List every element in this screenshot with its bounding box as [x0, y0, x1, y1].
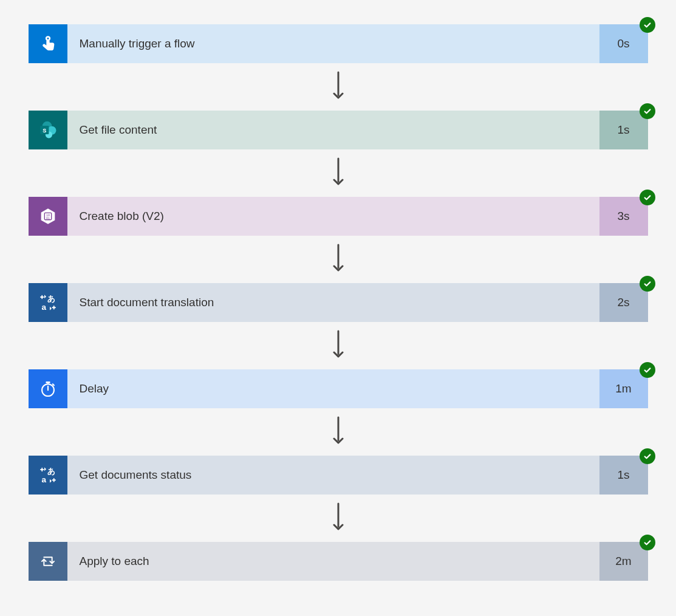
step-duration: 1s — [599, 111, 648, 149]
success-icon — [640, 190, 655, 205]
step-duration: 2m — [599, 542, 648, 581]
svg-text:あ: あ — [47, 467, 55, 476]
flow-step-delay[interactable]: Delay 1m — [29, 369, 648, 408]
step-label: Delay — [67, 369, 599, 408]
success-icon — [640, 276, 655, 292]
step-label: Manually trigger a flow — [67, 24, 599, 63]
success-icon — [640, 362, 655, 378]
flow-step-apply-each[interactable]: Apply to each 2m — [29, 542, 648, 581]
step-label: Get documents status — [67, 456, 599, 495]
step-label: Get file content — [67, 111, 599, 149]
step-duration: 3s — [599, 197, 648, 236]
arrow-down-icon — [333, 501, 344, 533]
arrow-down-icon — [333, 328, 344, 361]
touch-icon — [29, 24, 67, 63]
step-label: Start document translation — [67, 283, 599, 322]
flow-step-start-translation[interactable]: あ a Start document translation 2s — [29, 283, 648, 322]
flow-step-get-status[interactable]: あ a Get documents status 1s — [29, 456, 648, 495]
loop-icon — [29, 542, 67, 581]
arrow-down-icon — [333, 69, 344, 102]
step-duration: 2s — [599, 283, 648, 322]
arrow-down-icon — [333, 156, 344, 188]
step-duration: 0s — [599, 24, 648, 63]
arrow-down-icon — [333, 242, 344, 275]
step-duration: 1m — [599, 369, 648, 408]
flow-step-create-blob[interactable]: 10 01 Create blob (V2) 3s — [29, 197, 648, 236]
svg-text:01: 01 — [46, 216, 50, 220]
svg-text:a: a — [41, 303, 46, 312]
step-label: Apply to each — [67, 542, 599, 581]
success-icon — [640, 535, 655, 550]
success-icon — [640, 103, 655, 119]
timer-icon — [29, 369, 67, 408]
svg-text:S: S — [43, 128, 46, 134]
success-icon — [640, 17, 655, 33]
blob-icon: 10 01 — [29, 197, 67, 236]
translate-icon: あ a — [29, 456, 67, 495]
step-label: Create blob (V2) — [67, 197, 599, 236]
arrow-down-icon — [333, 414, 344, 447]
svg-text:a: a — [41, 475, 46, 484]
sharepoint-icon: S — [29, 111, 67, 149]
success-icon — [640, 448, 655, 464]
svg-text:あ: あ — [47, 294, 55, 303]
svg-line-20 — [52, 384, 53, 385]
svg-rect-17 — [46, 382, 50, 383]
flow-step-manual-trigger[interactable]: Manually trigger a flow 0s — [29, 24, 648, 63]
translate-icon: あ a — [29, 283, 67, 322]
step-duration: 1s — [599, 456, 648, 495]
flow-step-get-file-content[interactable]: S Get file content 1s — [29, 111, 648, 149]
